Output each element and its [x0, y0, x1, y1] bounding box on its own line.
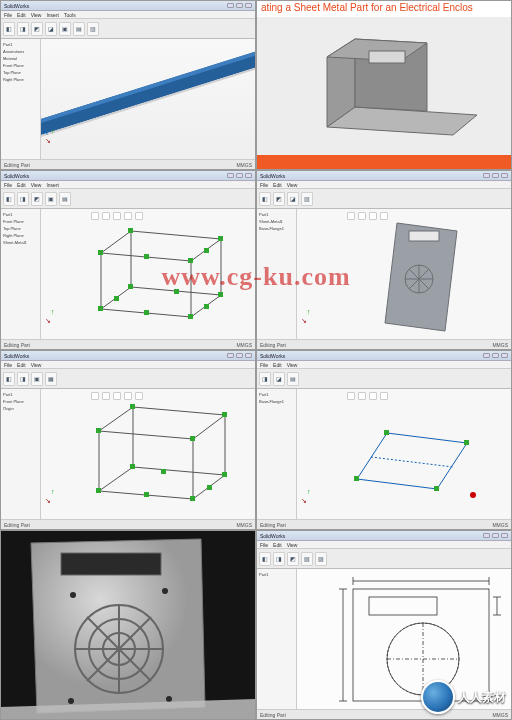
ribbon-btn-3[interactable]: ◩ — [31, 22, 43, 36]
window-titlebar: SolidWorks — [1, 171, 255, 181]
menu-tools[interactable]: Tools — [64, 12, 76, 18]
status-bar: Editing Part MMGS — [1, 159, 255, 169]
logo-disc-icon — [421, 680, 455, 714]
feature-tree[interactable]: Part1Front PlaneTop PlaneRight PlaneShee… — [1, 209, 41, 339]
svg-rect-21 — [204, 304, 209, 309]
ribbon-btn-6[interactable]: ▤ — [73, 22, 85, 36]
ribbon-btn-5[interactable]: ▣ — [59, 22, 71, 36]
svg-line-48 — [371, 457, 453, 467]
window-titlebar: SolidWorks — [1, 351, 255, 361]
window-titlebar: SolidWorks — [257, 171, 511, 181]
svg-rect-23 — [174, 289, 179, 294]
svg-point-64 — [70, 592, 76, 598]
svg-rect-7 — [369, 51, 405, 63]
svg-rect-51 — [464, 440, 469, 445]
status-right: MMGS — [236, 162, 252, 168]
svg-rect-40 — [130, 464, 135, 469]
menu-view[interactable]: View — [31, 12, 42, 18]
ribbon-toolbar[interactable]: ◧◨◩▣▤ — [1, 189, 255, 209]
ribbon-btn-2[interactable]: ◨ — [17, 22, 29, 36]
wireframe-cube-2 — [41, 389, 256, 521]
svg-rect-70 — [369, 597, 437, 615]
svg-rect-56 — [61, 553, 161, 575]
tree-item-2[interactable]: Material — [3, 55, 38, 62]
view-tools[interactable] — [347, 211, 388, 221]
feature-tree[interactable]: Part1Base-Flange1 — [257, 389, 297, 519]
min-icon[interactable] — [227, 3, 234, 8]
feature-tree[interactable]: Part1Sheet-Metal1Base-Flange1 — [257, 209, 297, 339]
menu-bar[interactable]: FileEditViewInsert — [1, 181, 255, 189]
thumb-7 — [0, 530, 256, 720]
svg-rect-49 — [354, 476, 359, 481]
orientation-triad: ↘↑↖ — [45, 137, 51, 145]
tutorial-title: ating a Sheet Metal Part for an Electric… — [257, 1, 511, 17]
svg-rect-39 — [222, 472, 227, 477]
ribbon-toolbar[interactable]: ◧◨▣▦ — [1, 369, 255, 389]
close-icon[interactable] — [245, 3, 252, 8]
svg-rect-12 — [98, 306, 103, 311]
max-icon[interactable] — [236, 3, 243, 8]
status-left: Editing Part — [4, 162, 30, 168]
orientation-triad: ↘↑ — [45, 497, 51, 505]
svg-rect-52 — [384, 430, 389, 435]
ribbon-toolbar[interactable]: ◨◪▤ — [257, 369, 511, 389]
flat-panel — [297, 209, 512, 341]
view-tools[interactable] — [347, 391, 388, 401]
menu-bar[interactable]: FileEditView — [257, 541, 511, 549]
sketch-parallelogram — [297, 389, 512, 521]
tree-item-3[interactable]: Front Plane — [3, 62, 38, 69]
feature-tree[interactable]: Part1 — [257, 569, 297, 709]
tree-item-4[interactable]: Top Plane — [3, 69, 38, 76]
svg-rect-20 — [144, 310, 149, 315]
logo-text: 人人素材 — [458, 689, 506, 706]
ribbon-btn-7[interactable]: ▥ — [87, 22, 99, 36]
viewport-5[interactable]: ↘↑ — [41, 389, 255, 519]
svg-rect-27 — [409, 231, 439, 241]
model-angled-edge — [41, 39, 256, 161]
svg-rect-38 — [190, 496, 195, 501]
viewport-3[interactable]: ↘↑ — [41, 209, 255, 339]
menu-insert[interactable]: Insert — [46, 12, 59, 18]
svg-rect-42 — [190, 436, 195, 441]
feature-tree[interactable]: Part1 Annotations Material Front Plane T… — [1, 39, 41, 159]
ribbon-btn-1[interactable]: ◧ — [3, 22, 15, 36]
svg-rect-17 — [188, 258, 193, 263]
menu-bar[interactable]: FileEditView — [257, 181, 511, 189]
tree-item-1[interactable]: Annotations — [3, 48, 38, 55]
svg-rect-25 — [204, 248, 209, 253]
thumb-5: SolidWorks FileEditView ◧◨▣▦ Part1Front … — [0, 350, 256, 530]
thumb-4: SolidWorks FileEditView ◧◩◪▥ Part1Sheet-… — [256, 170, 512, 350]
svg-rect-43 — [222, 412, 227, 417]
window-titlebar: SolidWorks — [1, 1, 255, 11]
tree-item-5[interactable]: Right Plane — [3, 76, 38, 83]
svg-rect-45 — [144, 492, 149, 497]
viewport-6[interactable]: ↘↑ — [297, 389, 511, 519]
wireframe-cube-1 — [41, 209, 256, 341]
svg-point-53 — [470, 492, 476, 498]
svg-rect-22 — [114, 296, 119, 301]
svg-point-66 — [68, 698, 74, 704]
svg-rect-44 — [130, 404, 135, 409]
thumb-3: SolidWorks FileEditViewInsert ◧◨◩▣▤ Part… — [0, 170, 256, 350]
menu-edit[interactable]: Edit — [17, 12, 26, 18]
stage-area — [257, 17, 511, 155]
ribbon-toolbar[interactable]: ◧ ◨ ◩ ◪ ▣ ▤ ▥ — [1, 19, 255, 39]
status-bar: Editing PartMMGS — [1, 519, 255, 529]
menu-file[interactable]: File — [4, 12, 12, 18]
svg-marker-2 — [41, 67, 256, 137]
orange-footer-strip — [257, 155, 511, 169]
menu-bar[interactable]: File Edit View Insert Tools — [1, 11, 255, 19]
viewport-1[interactable]: ↘↑↖ — [41, 39, 255, 159]
ribbon-btn-4[interactable]: ◪ — [45, 22, 57, 36]
ribbon-toolbar[interactable]: ◧◨◩▧▨ — [257, 549, 511, 569]
svg-rect-15 — [128, 284, 133, 289]
tree-root[interactable]: Part1 — [3, 41, 38, 48]
ribbon-toolbar[interactable]: ◧◩◪▥ — [257, 189, 511, 209]
viewport-4[interactable]: ↘↑ — [297, 209, 511, 339]
menu-bar[interactable]: FileEditView — [257, 361, 511, 369]
menu-bar[interactable]: FileEditView — [1, 361, 255, 369]
view-tools[interactable] — [91, 391, 143, 401]
window-controls — [227, 3, 252, 8]
view-tools[interactable] — [91, 211, 143, 221]
feature-tree[interactable]: Part1Front PlaneOrigin — [1, 389, 41, 519]
